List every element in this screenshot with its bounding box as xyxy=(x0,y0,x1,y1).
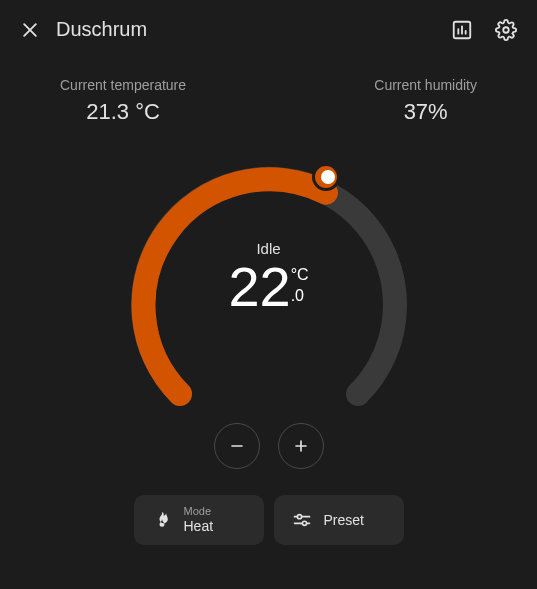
svg-point-6 xyxy=(503,27,509,33)
chart-icon xyxy=(451,19,473,41)
preset-button[interactable]: Preset xyxy=(274,495,404,545)
target-temp-unit: °C xyxy=(291,265,309,286)
current-humidity-label: Current humidity xyxy=(374,77,477,93)
gear-icon xyxy=(495,19,517,41)
flame-icon xyxy=(152,510,172,530)
svg-point-13 xyxy=(302,521,306,525)
target-temp-main: 22 xyxy=(228,259,290,315)
preset-label: Preset xyxy=(324,512,364,529)
history-button[interactable] xyxy=(451,19,473,41)
dial-handle[interactable] xyxy=(312,163,340,191)
tune-icon xyxy=(292,510,312,530)
thermostat-dial[interactable]: Idle 22 °C .0 xyxy=(119,155,419,455)
mode-value: Heat xyxy=(184,518,214,535)
current-temperature-label: Current temperature xyxy=(60,77,186,93)
target-temp-decimal: .0 xyxy=(291,286,304,307)
current-temperature-value: 21.3 °C xyxy=(60,99,186,125)
close-icon xyxy=(20,20,40,40)
current-temperature: Current temperature 21.3 °C xyxy=(60,77,186,125)
settings-button[interactable] xyxy=(495,19,517,41)
target-temperature: 22 °C .0 xyxy=(119,259,419,315)
current-humidity-value: 37% xyxy=(374,99,477,125)
close-button[interactable] xyxy=(20,20,40,40)
svg-point-11 xyxy=(297,515,301,519)
mode-button[interactable]: Mode Heat xyxy=(134,495,264,545)
page-title: Duschrum xyxy=(56,18,435,41)
current-humidity: Current humidity 37% xyxy=(374,77,477,125)
mode-label: Mode xyxy=(184,505,214,518)
